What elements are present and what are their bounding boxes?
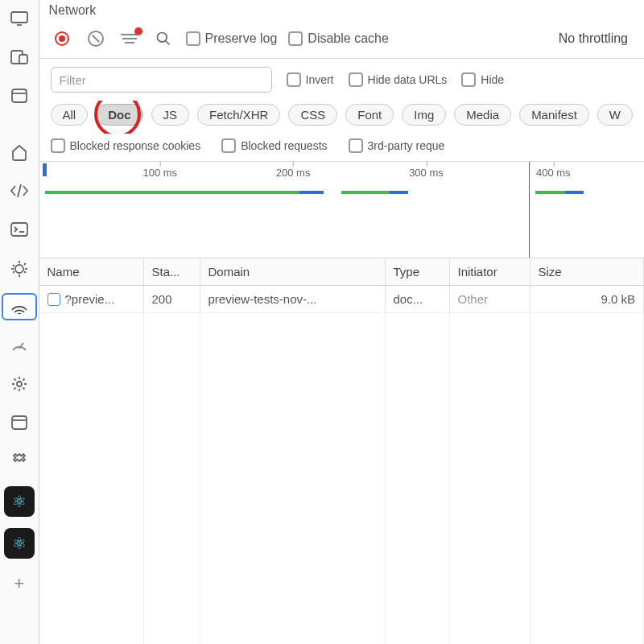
blocked-response-cookies-checkbox[interactable]: Blocked response cookies bbox=[51, 138, 201, 153]
chip-img[interactable]: Img bbox=[402, 104, 446, 126]
hide-ext-label: Hide bbox=[481, 73, 504, 86]
preserve-log-label: Preserve log bbox=[205, 31, 278, 46]
cell-domain: preview-tests-nov-... bbox=[200, 286, 386, 312]
checkbox-icon bbox=[221, 138, 236, 153]
disable-cache-label: Disable cache bbox=[308, 31, 389, 46]
third-party-checkbox[interactable]: 3rd-party reque bbox=[349, 138, 445, 153]
checkbox-icon bbox=[349, 138, 363, 153]
svg-rect-0 bbox=[11, 12, 27, 23]
table-row[interactable]: ?previe... 200 preview-tests-nov-... doc… bbox=[39, 286, 645, 313]
settings-gear-icon[interactable] bbox=[2, 370, 37, 398]
react-profiler-icon[interactable]: ⚛ bbox=[4, 528, 35, 559]
extensions-icon[interactable] bbox=[2, 448, 37, 475]
cell-initiator: Other bbox=[450, 286, 530, 312]
home-icon[interactable] bbox=[2, 138, 37, 166]
cookie-filter-row: Blocked response cookies Blocked request… bbox=[39, 134, 645, 162]
timeline-marker[interactable] bbox=[529, 162, 530, 258]
disable-cache-checkbox[interactable]: Disable cache bbox=[288, 31, 389, 46]
timeline-tick: 200 ms bbox=[276, 167, 311, 179]
performance-icon[interactable] bbox=[2, 332, 37, 359]
third-party-label: 3rd-party reque bbox=[368, 139, 445, 152]
network-icon[interactable] bbox=[2, 293, 37, 320]
react-devtools-icon[interactable]: ⚛ bbox=[4, 486, 35, 517]
console-icon[interactable] bbox=[2, 216, 37, 243]
chip-ws[interactable]: W bbox=[597, 104, 633, 126]
col-size[interactable]: Size bbox=[530, 258, 645, 285]
chip-font[interactable]: Font bbox=[345, 104, 394, 126]
checkbox-icon bbox=[349, 72, 363, 87]
col-initiator[interactable]: Initiator bbox=[450, 258, 530, 285]
chip-js[interactable]: JS bbox=[151, 104, 190, 126]
panel-title: Network bbox=[39, 0, 645, 24]
col-type[interactable]: Type bbox=[386, 258, 450, 285]
clear-button[interactable] bbox=[85, 27, 107, 50]
chip-fetch-xhr[interactable]: Fetch/XHR bbox=[197, 104, 280, 126]
timeline-tick: 100 ms bbox=[142, 167, 177, 179]
network-panel: Network Preserve log Disable cache No th… bbox=[39, 0, 645, 644]
hide-data-urls-label: Hide data URLs bbox=[368, 73, 448, 86]
svg-rect-2 bbox=[19, 55, 27, 64]
chip-css[interactable]: CSS bbox=[288, 104, 337, 126]
cell-status: 200 bbox=[144, 286, 200, 312]
devtools-left-rail: ⚛ ⚛ + bbox=[0, 0, 39, 644]
filter-row: Invert Hide data URLs Hide bbox=[39, 59, 645, 101]
network-toolbar: Preserve log Disable cache No throttling bbox=[39, 24, 645, 59]
chip-all[interactable]: All bbox=[51, 104, 89, 126]
debugger-icon[interactable] bbox=[2, 254, 37, 282]
svg-rect-5 bbox=[11, 223, 27, 236]
device-icon[interactable] bbox=[2, 5, 37, 32]
timeline-tick: 400 ms bbox=[536, 167, 571, 179]
blocked-requests-label: Blocked requests bbox=[241, 139, 327, 152]
svg-rect-3 bbox=[12, 89, 27, 102]
responsive-icon[interactable] bbox=[2, 43, 37, 71]
svg-point-7 bbox=[17, 382, 22, 386]
table-empty-area bbox=[39, 313, 645, 644]
col-domain[interactable]: Domain bbox=[200, 258, 386, 285]
checkbox-icon bbox=[288, 31, 303, 46]
chip-media[interactable]: Media bbox=[454, 104, 511, 126]
cell-type: doc... bbox=[386, 286, 450, 312]
throttling-select[interactable]: No throttling bbox=[554, 30, 633, 47]
timeline-overview[interactable]: 100 ms 200 ms 300 ms 400 ms bbox=[39, 162, 645, 258]
search-icon[interactable] bbox=[152, 27, 175, 50]
blocked-requests-checkbox[interactable]: Blocked requests bbox=[221, 138, 327, 153]
invert-label: Invert bbox=[306, 73, 334, 86]
elements-icon[interactable] bbox=[2, 177, 37, 204]
blocked-response-label: Blocked response cookies bbox=[70, 139, 201, 152]
window-icon[interactable] bbox=[2, 82, 37, 109]
table-header: Name Sta... Domain Type Initiator Size bbox=[39, 258, 645, 286]
invert-checkbox[interactable]: Invert bbox=[287, 72, 334, 87]
checkbox-icon bbox=[186, 31, 200, 46]
svg-rect-8 bbox=[12, 416, 27, 429]
checkbox-icon bbox=[287, 72, 301, 87]
requests-table: Name Sta... Domain Type Initiator Size ?… bbox=[39, 258, 645, 644]
checkbox-icon bbox=[51, 138, 65, 153]
filter-input[interactable] bbox=[51, 67, 272, 93]
hide-data-urls-checkbox[interactable]: Hide data URLs bbox=[349, 72, 448, 87]
record-button[interactable] bbox=[51, 27, 73, 50]
timeline-tick: 300 ms bbox=[409, 167, 444, 179]
cell-size: 9.0 kB bbox=[530, 286, 645, 312]
timeline-track bbox=[39, 191, 645, 196]
filter-toggle-icon[interactable] bbox=[118, 29, 141, 48]
svg-point-10 bbox=[157, 33, 167, 43]
chip-manifest[interactable]: Manifest bbox=[519, 104, 589, 126]
preserve-log-checkbox[interactable]: Preserve log bbox=[186, 31, 278, 46]
type-filter-chips: All Doc JS Fetch/XHR CSS Font Img Media … bbox=[39, 101, 645, 134]
document-icon bbox=[47, 293, 60, 306]
svg-point-6 bbox=[15, 265, 23, 273]
add-panel-icon[interactable]: + bbox=[2, 570, 37, 597]
checkbox-icon bbox=[461, 72, 476, 87]
storage-icon[interactable] bbox=[2, 409, 37, 436]
chip-doc[interactable]: Doc bbox=[96, 104, 142, 126]
col-status[interactable]: Sta... bbox=[144, 258, 200, 285]
hide-ext-checkbox[interactable]: Hide bbox=[461, 72, 504, 87]
col-name[interactable]: Name bbox=[39, 258, 144, 285]
cell-name: ?previe... bbox=[39, 286, 144, 312]
